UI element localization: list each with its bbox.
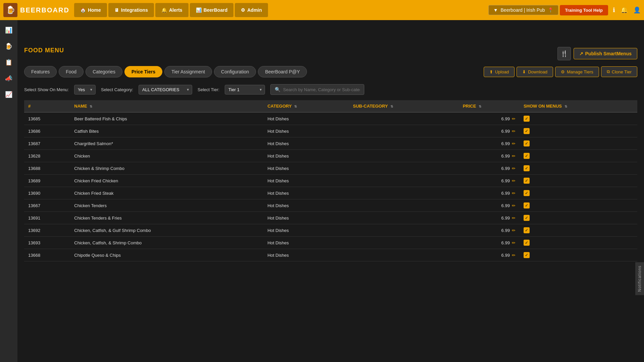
cell-category: Hot Dishes [263, 175, 349, 187]
edit-price-icon[interactable]: ✏ [512, 129, 516, 134]
sidebar-item-reports[interactable]: 📋 [2, 56, 15, 69]
show-on-menus-checkbox[interactable]: ✓ [524, 215, 530, 221]
cell-name: Chicken, Catfish, & Shrimp Combo [70, 237, 263, 249]
publish-smartmenus-button[interactable]: ↗ Publish SmartMenus [574, 48, 637, 59]
cell-sub-category [349, 249, 459, 261]
edit-price-icon[interactable]: ✏ [512, 253, 516, 258]
show-on-menus-checkbox[interactable]: ✓ [524, 153, 530, 159]
price-value: 6.99 [501, 216, 510, 221]
tier-select[interactable]: Tier 1 Tier 2 Tier 3 [225, 85, 265, 95]
show-on-menus-checkbox[interactable]: ✓ [524, 165, 530, 171]
filter-icon: ▼ [493, 7, 498, 13]
cell-sub-category [349, 237, 459, 249]
table-row: 13689 Chicken Fried Chicken Hot Dishes 6… [24, 175, 637, 187]
edit-price-icon[interactable]: ✏ [512, 178, 516, 183]
col-header-sub-category[interactable]: SUB-CATEGORY ⇅ [349, 100, 459, 112]
tab-price-tiers[interactable]: Price Tiers [124, 66, 162, 77]
nav-integrations-button[interactable]: 🖥 Integrations [108, 3, 154, 17]
user-icon[interactable]: 👤 [633, 6, 641, 14]
edit-price-icon[interactable]: ✏ [512, 203, 516, 208]
clone-tier-button[interactable]: ⧉ Clone Tier [601, 66, 637, 77]
tabs-row: Features Food Categories Price Tiers Tie… [24, 66, 637, 77]
edit-price-icon[interactable]: ✏ [512, 191, 516, 196]
show-on-menus-checkbox[interactable]: ✓ [524, 128, 530, 134]
cell-sub-category [349, 150, 459, 162]
training-tool-button[interactable]: Training Tool Help [560, 5, 608, 15]
cell-price: 6.99 ✏ [459, 237, 520, 249]
cell-show-on-menus: ✓ [520, 237, 637, 249]
category-sort-icon: ⇅ [294, 105, 297, 108]
cell-show-on-menus: ✓ [520, 199, 637, 212]
download-button[interactable]: ⬇ Download [517, 67, 553, 77]
show-on-menus-checkbox[interactable]: ✓ [524, 116, 530, 122]
venue-selector[interactable]: ▼ Beerboard | Irish Pub 📍 [488, 5, 558, 15]
tab-categories[interactable]: Categories [86, 66, 122, 77]
col-header-price[interactable]: PRICE ⇅ [459, 100, 520, 112]
show-on-menus-checkbox[interactable]: ✓ [524, 202, 530, 208]
edit-price-icon[interactable]: ✏ [512, 240, 516, 245]
notifications-tab[interactable]: Notifications [635, 262, 644, 295]
edit-price-icon[interactable]: ✏ [512, 216, 516, 221]
nav-admin-button[interactable]: ⚙ Admin [235, 3, 268, 17]
cell-name: Chicken Tenders & Fries [70, 212, 263, 224]
cell-sub-category [349, 125, 459, 137]
logo-icon: 🍺 [3, 3, 17, 17]
manage-tiers-button[interactable]: ⚙ Manage Tiers [555, 67, 599, 77]
edit-price-icon[interactable]: ✏ [512, 141, 516, 146]
cell-sub-category [349, 212, 459, 224]
cell-id: 13628 [24, 150, 70, 162]
cell-category: Hot Dishes [263, 162, 349, 175]
show-on-menu-select[interactable]: Yes No All [74, 85, 96, 95]
nav-home-button[interactable]: 🏠 Home [74, 3, 107, 17]
cell-id: 13689 [24, 175, 70, 187]
col-header-category[interactable]: CATEGORY ⇅ [263, 100, 349, 112]
category-select[interactable]: ALL CATEGORIES Hot Dishes Cold Dishes Ap… [139, 85, 192, 95]
bell-icon[interactable]: 🔔 [621, 6, 628, 14]
page-title: FOOD MENU [24, 47, 557, 54]
tab-features-label: Features [31, 69, 50, 74]
search-input[interactable] [283, 87, 360, 92]
table-header-row: # NAME ⇅ CATEGORY ⇅ SUB-CATEGORY ⇅ PRICE… [24, 100, 637, 112]
chart-icon: 📈 [5, 91, 12, 98]
show-on-menus-checkbox[interactable]: ✓ [524, 190, 530, 196]
table-row: 13687 Chargrilled Salmon* Hot Dishes 6.9… [24, 137, 637, 150]
tab-beerboard-pay[interactable]: BeerBoard P@Y [258, 66, 307, 77]
show-on-menu-wrapper: Yes No All [74, 85, 96, 95]
download-label: Download [528, 69, 547, 74]
edit-price-icon[interactable]: ✏ [512, 116, 516, 121]
sidebar-item-beer[interactable]: 🍺 [2, 40, 15, 53]
nav-alerts-button[interactable]: 🔔 Alerts [155, 3, 189, 17]
show-on-menus-checkbox[interactable]: ✓ [524, 140, 530, 146]
nav-beerboard-button[interactable]: 📊 BeerBoard [190, 3, 234, 17]
sidebar-item-megaphone[interactable]: 📣 [2, 72, 15, 85]
analytics-icon: 📊 [5, 26, 12, 34]
edit-price-icon[interactable]: ✏ [512, 228, 516, 233]
cell-category: Hot Dishes [263, 150, 349, 162]
show-on-menus-checkbox[interactable]: ✓ [524, 240, 530, 246]
logo-area: 🍺 BEERBOARD [3, 3, 69, 17]
cell-price: 6.99 ✏ [459, 175, 520, 187]
edit-price-icon[interactable]: ✏ [512, 154, 516, 159]
price-sort-icon: ⇅ [479, 105, 481, 108]
cell-id: 13686 [24, 125, 70, 137]
cell-id: 13687 [24, 137, 70, 150]
info-icon[interactable]: ℹ [613, 6, 615, 14]
tab-configuration[interactable]: Configuration [214, 66, 256, 77]
top-right-actions: 🍴 ↗ Publish SmartMenus [557, 47, 637, 60]
tab-tier-assignment[interactable]: Tier Assignment [164, 66, 212, 77]
fork-icon-button[interactable]: 🍴 [557, 47, 571, 60]
show-on-menus-checkbox[interactable]: ✓ [524, 178, 530, 184]
publish-btn-label: Publish SmartMenus [585, 51, 632, 56]
sidebar-item-chart[interactable]: 📈 [2, 88, 15, 101]
upload-button[interactable]: ⬆ Upload [484, 67, 515, 77]
tab-food[interactable]: Food [59, 66, 84, 77]
tab-features[interactable]: Features [24, 66, 57, 77]
cell-name: Chipotle Queso & Chips [70, 249, 263, 261]
show-on-menus-checkbox[interactable]: ✓ [524, 227, 530, 233]
sidebar-item-analytics[interactable]: 📊 [2, 23, 15, 37]
price-value: 6.99 [501, 240, 510, 245]
col-header-name[interactable]: NAME ⇅ [70, 100, 263, 112]
show-on-menus-checkbox[interactable]: ✓ [524, 252, 530, 258]
edit-price-icon[interactable]: ✏ [512, 166, 516, 171]
tier-label: Select Tier: [198, 87, 219, 92]
